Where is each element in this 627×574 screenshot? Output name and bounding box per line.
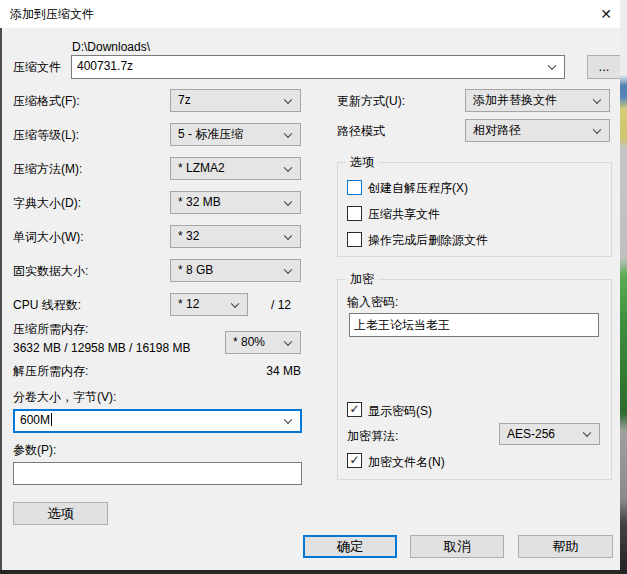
close-icon[interactable]: ✕ [592, 0, 620, 28]
chevron-down-icon [284, 129, 292, 137]
format-value: 7z [178, 93, 191, 107]
password-label: 输入密码: [347, 295, 398, 309]
path-mode-value: 相对路径 [473, 123, 521, 137]
encryption-group: 加密 [337, 279, 612, 480]
dictionary-value: * 32 MB [178, 195, 221, 209]
memory-compress-detail: 3632 MB / 12958 MB / 16198 MB [13, 341, 190, 355]
chevron-down-icon [593, 125, 601, 133]
show-password-checkbox[interactable]: ✓ [347, 402, 362, 417]
format-label: 压缩格式(F): [13, 94, 80, 108]
update-mode-value: 添加并替换文件 [473, 93, 557, 107]
window-left-border [0, 28, 2, 570]
level-value: 5 - 标准压缩 [178, 127, 243, 141]
chevron-down-icon [284, 231, 292, 239]
archive-name-value: 400731.7z [77, 59, 133, 73]
chevron-down-icon [284, 95, 292, 103]
create-sfx-checkbox[interactable] [347, 180, 362, 195]
level-label: 压缩等级(L): [13, 128, 79, 142]
chevron-down-icon[interactable] [284, 415, 292, 423]
chevron-down-icon[interactable] [548, 61, 556, 69]
encrypt-filenames-checkbox[interactable]: ✓ [347, 453, 362, 468]
options-button[interactable]: 选项 [13, 502, 108, 525]
cancel-button[interactable]: 取消 [410, 535, 504, 558]
method-label: 压缩方法(M): [13, 162, 82, 176]
encryption-method-label: 加密算法: [347, 429, 398, 443]
memory-compress-label: 压缩所需内存: [13, 322, 88, 336]
method-value: * LZMA2 [178, 161, 225, 175]
archive-file-label: 压缩文件 [13, 60, 61, 74]
memory-usage-select[interactable]: * 80% [225, 331, 301, 354]
solid-size-label: 固实数据大小: [13, 264, 88, 278]
cpu-threads-select[interactable]: * 12 [170, 293, 248, 316]
archive-name-input[interactable]: 400731.7z [71, 55, 565, 79]
path-mode-label: 路径模式 [337, 124, 385, 138]
window-bottom-border [0, 570, 627, 574]
encryption-method-value: AES-256 [507, 427, 555, 441]
cpu-threads-label: CPU 线程数: [13, 298, 81, 312]
checkmark-icon: ✓ [349, 402, 359, 416]
parameters-label: 参数(P): [13, 443, 56, 457]
compress-shared-label[interactable]: 压缩共享文件 [368, 207, 440, 221]
memory-decompress-label: 解压所需内存: [13, 364, 88, 378]
delete-after-label[interactable]: 操作完成后删除源文件 [368, 233, 488, 247]
chevron-down-icon [284, 337, 292, 345]
dictionary-select[interactable]: * 32 MB [170, 191, 301, 214]
word-size-select[interactable]: * 32 [170, 225, 301, 248]
archive-directory-text: D:\Downloads\ [72, 40, 150, 54]
chevron-down-icon [284, 197, 292, 205]
method-select[interactable]: * LZMA2 [170, 157, 301, 180]
options-group-title: 选项 [346, 155, 378, 170]
dictionary-label: 字典大小(D): [13, 196, 81, 210]
parameters-input[interactable] [13, 462, 302, 485]
text-caret [51, 413, 52, 426]
create-sfx-label[interactable]: 创建自解压程序(X) [368, 181, 468, 195]
split-volume-value: 600M [20, 413, 50, 427]
update-mode-select[interactable]: 添加并替换文件 [465, 89, 610, 112]
path-mode-select[interactable]: 相对路径 [465, 119, 610, 142]
solid-size-value: * 8 GB [178, 263, 213, 277]
level-select[interactable]: 5 - 标准压缩 [170, 123, 301, 146]
update-mode-label: 更新方式(U): [337, 94, 405, 108]
split-volume-input[interactable]: 600M [13, 409, 302, 433]
word-size-value: * 32 [178, 229, 199, 243]
password-input[interactable]: 上老王论坛当老王 [349, 313, 599, 337]
checkmark-icon: ✓ [349, 453, 359, 467]
ok-button[interactable]: 确定 [303, 535, 397, 558]
encryption-group-title: 加密 [346, 272, 378, 287]
memory-decompress-value: 34 MB [241, 364, 301, 378]
browse-button[interactable]: ... [587, 55, 621, 79]
memory-usage-value: * 80% [233, 335, 265, 349]
compress-shared-checkbox[interactable] [347, 206, 362, 221]
cpu-threads-value: * 12 [178, 297, 199, 311]
chevron-down-icon [593, 95, 601, 103]
cpu-threads-max-text: / 12 [271, 298, 291, 312]
chevron-down-icon [583, 428, 591, 436]
chevron-down-icon [231, 299, 239, 307]
password-value: 上老王论坛当老王 [354, 318, 450, 332]
solid-size-select[interactable]: * 8 GB [170, 259, 301, 282]
help-button[interactable]: 帮助 [518, 535, 613, 558]
format-select[interactable]: 7z [170, 89, 301, 112]
chevron-down-icon [284, 163, 292, 171]
split-volume-label: 分卷大小，字节(V): [13, 390, 116, 404]
word-size-label: 单词大小(W): [13, 230, 84, 244]
encryption-method-select[interactable]: AES-256 [499, 423, 600, 445]
encrypt-filenames-label[interactable]: 加密文件名(N) [368, 455, 445, 469]
show-password-label[interactable]: 显示密码(S) [368, 404, 432, 418]
titlebar: 添加到压缩文件 ✕ [0, 0, 620, 28]
window-title: 添加到压缩文件 [10, 0, 94, 28]
chevron-down-icon [284, 265, 292, 273]
desktop-background-sliver [620, 0, 627, 574]
delete-after-checkbox[interactable] [347, 232, 362, 247]
